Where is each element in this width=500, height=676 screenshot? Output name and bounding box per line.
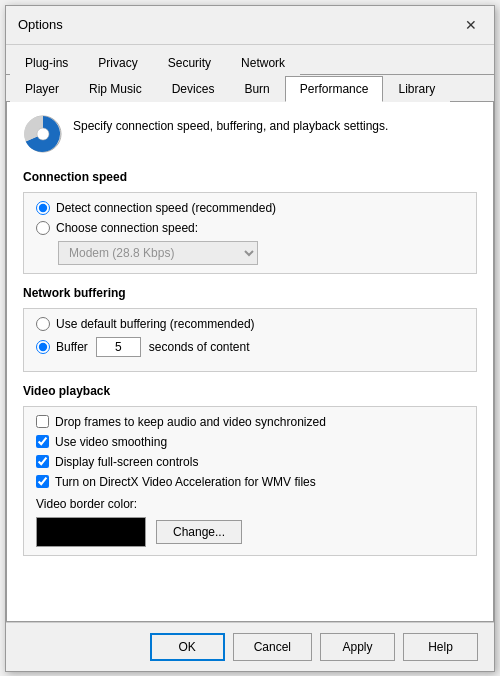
default-buffering-label: Use default buffering (recommended) xyxy=(56,317,255,331)
tab-rip-music[interactable]: Rip Music xyxy=(74,76,157,102)
directx-label: Turn on DirectX Video Acceleration for W… xyxy=(55,475,316,489)
directx-checkbox[interactable] xyxy=(36,475,49,488)
default-buffering-radio[interactable] xyxy=(36,317,50,331)
tab-privacy[interactable]: Privacy xyxy=(83,50,152,75)
buffer-label: Buffer xyxy=(56,340,88,354)
performance-icon xyxy=(23,114,63,154)
detect-speed-label: Detect connection speed (recommended) xyxy=(56,201,276,215)
choose-speed-radio[interactable] xyxy=(36,221,50,235)
content-area: Specify connection speed, buffering, and… xyxy=(6,102,494,622)
video-smoothing-checkbox[interactable] xyxy=(36,435,49,448)
detect-speed-option[interactable]: Detect connection speed (recommended) xyxy=(36,201,464,215)
buffer-row: Buffer seconds of content xyxy=(56,337,250,357)
tab-library[interactable]: Library xyxy=(383,76,450,102)
tab-player[interactable]: Player xyxy=(10,76,74,102)
tab-plugins[interactable]: Plug-ins xyxy=(10,50,83,75)
speed-dropdown[interactable]: Modem (28.8 Kbps) xyxy=(58,241,258,265)
drop-frames-option[interactable]: Drop frames to keep audio and video sync… xyxy=(36,415,464,429)
fullscreen-controls-checkbox[interactable] xyxy=(36,455,49,468)
tab-burn[interactable]: Burn xyxy=(229,76,284,102)
tab-devices[interactable]: Devices xyxy=(157,76,230,102)
buffer-suffix: seconds of content xyxy=(149,340,250,354)
detect-speed-radio[interactable] xyxy=(36,201,50,215)
svg-point-1 xyxy=(37,128,49,140)
network-buffering-section: Use default buffering (recommended) Buff… xyxy=(23,308,477,372)
buffer-radio[interactable] xyxy=(36,340,50,354)
drop-frames-checkbox[interactable] xyxy=(36,415,49,428)
color-swatch[interactable] xyxy=(36,517,146,547)
tabs-row2: Player Rip Music Devices Burn Performanc… xyxy=(6,75,494,102)
video-border-row: Change... xyxy=(36,517,464,547)
footer: OK Cancel Apply Help xyxy=(6,622,494,671)
buffer-input[interactable] xyxy=(96,337,141,357)
header-section: Specify connection speed, buffering, and… xyxy=(23,114,477,154)
close-button[interactable]: ✕ xyxy=(460,14,482,36)
tabs-row1: Plug-ins Privacy Security Network xyxy=(6,45,494,75)
connection-speed-title: Connection speed xyxy=(23,170,477,184)
title-bar: Options ✕ xyxy=(6,6,494,45)
directx-option[interactable]: Turn on DirectX Video Acceleration for W… xyxy=(36,475,464,489)
video-smoothing-option[interactable]: Use video smoothing xyxy=(36,435,464,449)
fullscreen-controls-label: Display full-screen controls xyxy=(55,455,198,469)
change-color-button[interactable]: Change... xyxy=(156,520,242,544)
options-dialog: Options ✕ Plug-ins Privacy Security Netw… xyxy=(5,5,495,672)
header-text: Specify connection speed, buffering, and… xyxy=(73,118,388,135)
help-button[interactable]: Help xyxy=(403,633,478,661)
tab-network[interactable]: Network xyxy=(226,50,300,75)
tab-performance[interactable]: Performance xyxy=(285,76,384,102)
video-border-color-label: Video border color: xyxy=(36,497,464,511)
buffer-option[interactable]: Buffer seconds of content xyxy=(36,337,464,357)
network-buffering-title: Network buffering xyxy=(23,286,477,300)
fullscreen-controls-option[interactable]: Display full-screen controls xyxy=(36,455,464,469)
default-buffering-option[interactable]: Use default buffering (recommended) xyxy=(36,317,464,331)
video-smoothing-label: Use video smoothing xyxy=(55,435,167,449)
cancel-button[interactable]: Cancel xyxy=(233,633,312,661)
speed-dropdown-wrapper: Modem (28.8 Kbps) xyxy=(58,241,464,265)
video-playback-title: Video playback xyxy=(23,384,477,398)
video-playback-section: Drop frames to keep audio and video sync… xyxy=(23,406,477,556)
tab-security[interactable]: Security xyxy=(153,50,226,75)
choose-speed-option[interactable]: Choose connection speed: xyxy=(36,221,464,235)
connection-speed-section: Detect connection speed (recommended) Ch… xyxy=(23,192,477,274)
drop-frames-label: Drop frames to keep audio and video sync… xyxy=(55,415,326,429)
ok-button[interactable]: OK xyxy=(150,633,225,661)
apply-button[interactable]: Apply xyxy=(320,633,395,661)
choose-speed-label: Choose connection speed: xyxy=(56,221,198,235)
dialog-title: Options xyxy=(18,17,63,32)
